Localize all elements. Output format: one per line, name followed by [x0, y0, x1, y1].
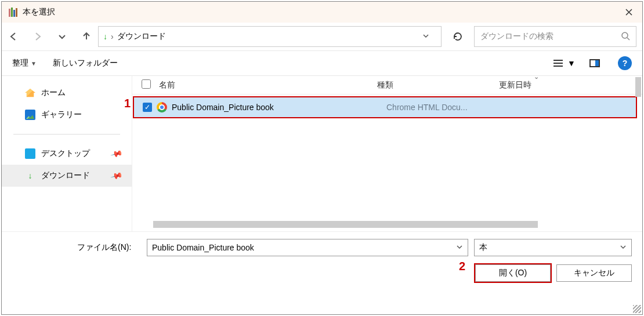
annotation-2: 2: [459, 260, 465, 273]
sidebar-item-home[interactable]: ホーム: [2, 82, 132, 104]
sidebar-item-desktop[interactable]: デスクトップ 📌: [2, 143, 132, 165]
download-icon: ↓: [103, 32, 107, 41]
body: ホーム ギャラリー デスクトップ 📌 ↓ ダウンロード 📌 1: [2, 76, 642, 231]
svg-point-0: [622, 32, 628, 38]
sidebar: ホーム ギャラリー デスクトップ 📌 ↓ ダウンロード 📌: [2, 76, 132, 231]
breadcrumb[interactable]: ↓ › ダウンロード: [98, 26, 442, 47]
file-row[interactable]: ✓ Public Domain_Picture book Chrome HTML…: [133, 97, 636, 118]
close-button[interactable]: [616, 2, 642, 23]
back-button[interactable]: [8, 31, 19, 42]
column-name[interactable]: 名前: [159, 80, 377, 90]
file-checkbox[interactable]: ✓: [143, 103, 152, 112]
desktop-icon: [25, 148, 35, 159]
sidebar-item-downloads[interactable]: ↓ ダウンロード 📌: [2, 165, 132, 187]
column-type[interactable]: 種類: [377, 80, 499, 90]
file-open-dialog: 本を選択 ↓ › ダウンロード ダウンロードの検索 整理▼ 新しいフォルダー: [1, 1, 643, 315]
organize-menu[interactable]: 整理▼: [12, 58, 37, 68]
search-input[interactable]: ダウンロードの検索: [474, 26, 636, 47]
titlebar: 本を選択: [2, 2, 642, 23]
sidebar-separator: [13, 134, 120, 135]
cancel-button[interactable]: キャンセル: [556, 264, 632, 282]
column-headers: 名前 種類 更新日時 ⌄: [132, 76, 642, 95]
pin-icon: 📌: [110, 169, 123, 182]
sidebar-item-gallery[interactable]: ギャラリー: [2, 104, 132, 126]
sort-indicator-icon: ⌄: [534, 73, 539, 81]
sidebar-item-label: ギャラリー: [41, 110, 82, 120]
chevron-down-icon[interactable]: [456, 243, 463, 252]
up-button[interactable]: [81, 31, 92, 42]
refresh-button[interactable]: [447, 26, 468, 47]
app-icon: [9, 8, 18, 17]
sidebar-item-label: ホーム: [41, 88, 66, 98]
view-menu[interactable]: ▼: [558, 56, 571, 70]
column-date[interactable]: 更新日時 ⌄: [499, 80, 642, 90]
window-title: 本を選択: [23, 7, 616, 17]
annotation-1: 1: [124, 97, 131, 110]
preview-pane-button[interactable]: [588, 56, 602, 70]
search-icon: [621, 31, 630, 42]
toolbar: 整理▼ 新しいフォルダー ▼ ?: [2, 50, 642, 76]
search-placeholder: ダウンロードの検索: [480, 31, 621, 42]
nav-row: ↓ › ダウンロード ダウンロードの検索: [2, 23, 642, 50]
breadcrumb-separator: ›: [111, 32, 114, 41]
file-list: 1 名前 種類 更新日時 ⌄ ✓ Public Domain_Picture b…: [132, 76, 642, 231]
breadcrumb-dropdown[interactable]: [415, 32, 436, 41]
sidebar-item-label: ダウンロード: [41, 170, 90, 181]
chrome-icon: [157, 102, 167, 112]
filename-input[interactable]: Public Domain_Picture book: [147, 239, 468, 256]
scrollbar-horizontal[interactable]: [153, 221, 538, 228]
sidebar-item-label: デスクトップ: [41, 148, 90, 159]
download-icon: ↓: [25, 170, 35, 181]
filetype-combo[interactable]: 本: [474, 239, 632, 256]
file-name: Public Domain_Picture book: [172, 103, 386, 112]
recent-dropdown[interactable]: [56, 31, 68, 42]
gallery-icon: [25, 110, 35, 120]
bottom-panel: ファイル名(N): Public Domain_Picture book 本 2…: [2, 231, 642, 289]
home-icon: [25, 88, 35, 98]
file-type: Chrome HTML Docu...: [386, 103, 508, 112]
forward-button[interactable]: [32, 31, 44, 42]
new-folder-button[interactable]: 新しいフォルダー: [53, 58, 118, 68]
pin-icon: 📌: [110, 147, 123, 160]
breadcrumb-current: ダウンロード: [117, 31, 166, 42]
filename-label: ファイル名(N):: [77, 242, 141, 253]
select-all-checkbox[interactable]: [142, 79, 151, 89]
resize-grip[interactable]: [633, 305, 641, 313]
open-button[interactable]: 開く(O): [475, 264, 551, 282]
help-button[interactable]: ?: [618, 56, 632, 70]
chevron-down-icon[interactable]: [620, 243, 627, 252]
